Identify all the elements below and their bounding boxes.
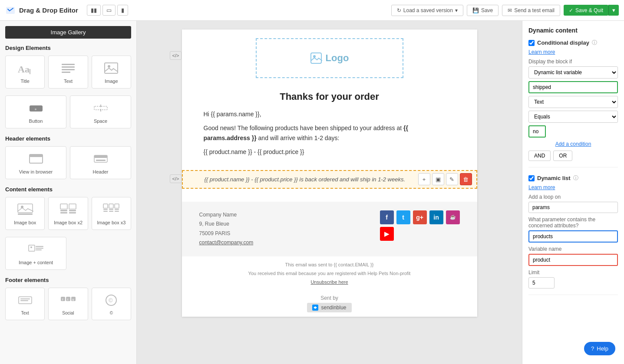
image-box-x3-element[interactable]: Image box x3 [92,197,131,230]
button-icon [27,100,45,116]
logo-placeholder-icon [310,52,322,64]
legal-line1: This email was sent to {{ contact.EMAIL … [199,261,460,269]
code-toggle-logo[interactable]: </> [170,51,182,60]
brand-name: Drag & Drop Editor [19,7,78,14]
button-element[interactable]: Button [5,95,66,128]
dynamic-list-learn-more[interactable]: Learn more [528,184,618,190]
duplicate-row-button[interactable]: ▣ [432,173,444,185]
footer-copyright-element[interactable]: © © [92,288,131,320]
condition-select[interactable]: Equals [528,111,618,123]
sendinblue-badge: sendinblue [307,303,351,312]
twitter-icon[interactable]: t [396,210,410,224]
mobile-view-button[interactable]: ▮ [117,5,128,16]
code-toggle-dynamic[interactable]: </> [170,174,182,183]
header-element[interactable]: Header [70,146,131,179]
loop-value-input[interactable] [528,202,618,213]
youtube-icon[interactable]: ▶ [380,227,394,241]
space-element[interactable]: Space [70,95,131,128]
footer-elements-grid: Text f t g Social [5,288,131,320]
conditional-learn-more[interactable]: Learn more [528,49,618,55]
load-saved-version-button[interactable]: ↻ Load a saved version ▾ [391,5,463,16]
text-element[interactable]: Text [48,56,88,89]
view-in-browser-element[interactable]: View in browser [5,146,66,179]
and-button[interactable]: AND [528,151,551,161]
svg-rect-18 [96,160,106,161]
company-name: Company Name [199,210,254,220]
email-product-line: {{ product.name }} - {{ product.price }} [204,147,456,157]
sendinblue-text: sendinblue [321,305,346,311]
svg-rect-21 [18,213,33,215]
image-icon [102,60,120,76]
image-content-label: Image + content [19,260,53,265]
text-icon [59,60,77,76]
footer-social-element[interactable]: f t g Social [48,288,88,320]
dynamic-list-label: Dynamic list [537,175,571,181]
linkedin-icon[interactable]: in [429,210,443,224]
dynamic-row-text: {{ product.name }} - {{ product.price }}… [205,176,406,183]
variable-name-input[interactable] [528,254,618,266]
limit-input[interactable] [528,277,555,289]
unsubscribe-link[interactable]: Unsubscribe here [310,279,348,285]
content-elements-grid: Image box Image box x2 [5,197,131,230]
logo-block: </> Logo [182,38,477,78]
left-sidebar: Image Gallery Design Elements Aa Title [0,21,137,364]
svg-rect-40 [36,248,43,249]
svg-rect-6 [62,72,70,73]
image-element[interactable]: Image [92,56,131,89]
dynamic-row[interactable]: {{ product.name }} - {{ product.price }}… [182,170,477,189]
image-element-label: Image [105,79,118,84]
variable-value-input[interactable] [528,81,618,93]
attribute-value-input[interactable] [528,230,618,243]
googleplus-icon[interactable]: g+ [413,210,427,224]
title-icon: Aa [17,60,34,76]
text-element-label: Text [64,79,73,84]
email-footer: Company Name 9, Rue Bleue 75009 PARIS co… [182,202,477,256]
condition-value-input[interactable] [528,125,546,138]
image-box-x2-element[interactable]: Image box x2 [48,197,88,230]
svg-rect-17 [94,155,107,158]
edit-row-button[interactable]: ✎ [446,173,458,185]
svg-text:Aa: Aa [18,64,30,75]
title-element[interactable]: Aa Title [5,56,45,89]
footer-address: Company Name 9, Rue Bleue 75009 PARIS co… [199,210,254,248]
tablet-view-button[interactable]: ▭ [102,5,116,16]
email-body: Hi {{ params.name }}, Good news! The fol… [182,109,477,170]
svg-rect-22 [60,204,67,209]
variable-select[interactable]: Dynamic list variable [528,66,618,79]
desktop-view-button[interactable]: ▮▮ [87,5,101,16]
send-test-email-button[interactable]: ✉ Send a test email [502,5,560,16]
conditional-display-row: Conditional display ⓘ [528,39,618,46]
svg-rect-33 [115,209,119,210]
save-quit-group: ✓ Save & Quit ▾ [564,5,619,16]
save-quit-dropdown-button[interactable]: ▾ [608,5,619,16]
save-button[interactable]: 💾 Save [467,5,499,16]
svg-rect-5 [62,69,75,70]
contact-email[interactable]: contact@company.com [199,239,254,246]
image-gallery-button[interactable]: Image Gallery [5,26,131,39]
image-box-element[interactable]: Image box [5,197,45,230]
type-select[interactable]: Text [528,96,618,108]
display-if-label: Display the block if [528,59,618,65]
delete-row-button[interactable]: 🗑 [460,173,472,185]
or-button[interactable]: OR [553,151,572,161]
instagram-icon[interactable]: ☕ [446,210,460,224]
image-content-icon [27,242,45,257]
footer-text-element[interactable]: Text [5,288,45,320]
social-icons-row2: ▶ [380,227,460,241]
attribute-label: What parameter contains the concerned at… [528,216,618,229]
save-quit-button[interactable]: ✓ Save & Quit [564,5,608,16]
conditional-display-checkbox[interactable] [528,40,535,46]
add-condition-link[interactable]: Add a condition [528,141,618,147]
email-heading: Thanks for your order [182,87,477,109]
device-buttons: ▮▮ ▭ ▮ [87,5,128,16]
add-row-button[interactable]: + [418,173,430,185]
facebook-icon[interactable]: f [380,210,394,224]
dynamic-list-checkbox[interactable] [528,175,535,181]
design-elements-title: Design Elements [5,45,131,51]
svg-rect-29 [109,204,113,208]
legal-line2: You received this email because you are … [199,269,460,278]
image-content-element[interactable]: Image + content [5,237,66,270]
help-button[interactable]: ? Help [584,342,615,355]
view-in-browser-icon [27,151,45,167]
svg-text:g: g [72,298,74,302]
